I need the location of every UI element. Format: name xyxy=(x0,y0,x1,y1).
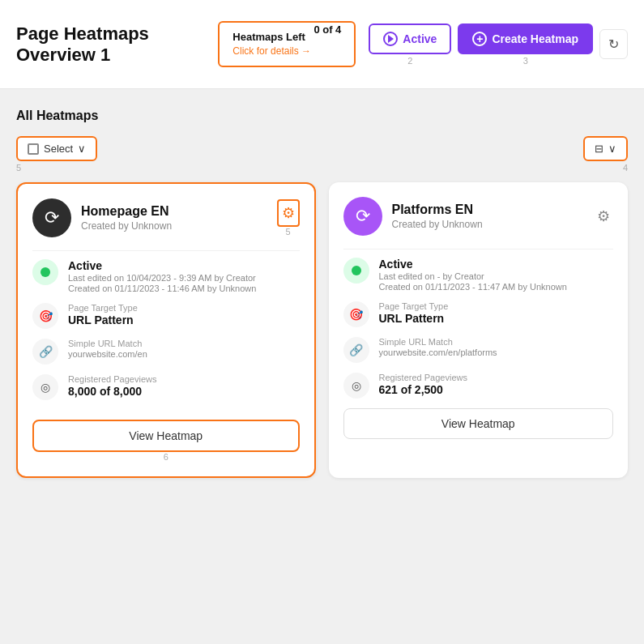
pageviews-row-2: ◎ Registered Pageviews 621 of 2,500 xyxy=(343,373,614,399)
refresh-icon: ↻ xyxy=(608,37,619,51)
card-header-2: ⟳ Platforms EN Created by Unknown ⚙ xyxy=(343,197,614,236)
plus-circle-icon: + xyxy=(472,32,487,46)
url-row-2: 🔗 Simple URL Match yourwebsite.com/en/pl… xyxy=(343,337,614,363)
refresh-button[interactable]: ↻ xyxy=(599,29,628,59)
checkbox-icon xyxy=(28,143,39,155)
settings-button-2[interactable]: ⚙ xyxy=(594,204,613,228)
section-title: All Heatmaps xyxy=(16,109,628,123)
status-row-1: Active Last edited on 10/04/2023 - 9:39 … xyxy=(32,259,300,293)
pageviews-icon-1: ◎ xyxy=(32,374,58,400)
filter-button[interactable]: ⊟ ∨ xyxy=(583,136,628,161)
heatmap-card-1: ⟳ Homepage EN Created by Unknown ⚙ 5 xyxy=(16,182,316,478)
status-icon-1 xyxy=(32,259,58,285)
avatar-2: ⟳ xyxy=(343,197,382,236)
heatmap-card-2: ⟳ Platforms EN Created by Unknown ⚙ Acti… xyxy=(329,182,629,478)
target-info-2: Page Target Type URL Pattern xyxy=(379,301,449,325)
heatmaps-left-link[interactable]: Click for details → xyxy=(232,45,311,57)
active-button[interactable]: Active xyxy=(369,23,451,54)
card-name-1: Homepage EN xyxy=(81,204,172,219)
status-dot-1 xyxy=(41,267,50,277)
url-icon-1: 🔗 xyxy=(32,339,58,365)
chevron-down-icon-2: ∨ xyxy=(608,143,616,155)
status-icon-2 xyxy=(343,258,369,284)
select-label: Select xyxy=(44,143,73,155)
card-title-group-1: ⟳ Homepage EN Created by Unknown xyxy=(32,198,172,237)
url-row-1: 🔗 Simple URL Match yourwebsite.com/en xyxy=(32,339,300,365)
heatmaps-left-label: Heatmaps Left xyxy=(232,31,305,43)
url-info-1: Simple URL Match yourwebsite.com/en xyxy=(68,339,147,359)
url-value-2: yourwebsite.com/en/platforms xyxy=(379,348,497,357)
last-edited-1: Last edited on 10/04/2023 - 9:39 AM by C… xyxy=(68,273,256,283)
view-badge-1: 6 xyxy=(164,452,168,462)
last-edited-2: Last edited on - by Creator xyxy=(379,271,567,281)
select-badge: 5 xyxy=(16,163,21,173)
filter-badge: 4 xyxy=(623,163,628,173)
create-heatmap-button[interactable]: + Create Heatmap xyxy=(458,23,593,54)
target-icon-1: 🎯 xyxy=(32,303,58,329)
status-row-2: Active Last edited on - by Creator Creat… xyxy=(343,258,614,292)
target-row-2: 🎯 Page Target Type URL Pattern xyxy=(343,301,614,327)
pageviews-icon-2: ◎ xyxy=(343,373,369,399)
card-title-group-2: ⟳ Platforms EN Created by Unknown xyxy=(343,197,483,236)
settings-badge-1: 5 xyxy=(285,227,290,237)
heatmaps-left-box: Heatmaps Left 0 of 4 Click for details → xyxy=(218,21,356,67)
status-info-2: Active Last edited on - by Creator Creat… xyxy=(379,258,567,292)
create-button-label: Create Heatmap xyxy=(492,32,578,45)
status-value-2: Active xyxy=(379,258,567,271)
card-created-2: Created by Unknown xyxy=(392,219,483,230)
created-on-2: Created on 01/11/2023 - 11:47 AM by Unkn… xyxy=(379,282,567,292)
card-info-2: Platforms EN Created by Unknown xyxy=(392,203,483,230)
divider-2 xyxy=(343,249,614,249)
top-bar: Page Heatmaps Overview 1 Heatmaps Left 0… xyxy=(0,0,644,89)
target-label-2: Page Target Type xyxy=(379,301,449,311)
status-dot-2 xyxy=(352,266,361,275)
pageviews-label-1: Registered Pageviews xyxy=(68,374,156,384)
divider-1 xyxy=(32,250,300,251)
status-info-1: Active Last edited on 10/04/2023 - 9:39 … xyxy=(68,259,256,293)
heatmaps-left-count: 0 of 4 xyxy=(313,23,341,36)
target-value-1: URL Pattern xyxy=(68,313,138,326)
filter-icon: ⊟ xyxy=(595,143,603,155)
url-value-1: yourwebsite.com/en xyxy=(68,349,147,359)
target-value-2: URL Pattern xyxy=(379,312,449,325)
pageviews-info-2: Registered Pageviews 621 of 2,500 xyxy=(379,373,467,396)
svg-marker-0 xyxy=(388,35,394,43)
url-icon-2: 🔗 xyxy=(343,337,369,363)
target-icon-2: 🎯 xyxy=(343,301,369,327)
page-title: Page Heatmaps Overview 1 xyxy=(16,23,205,66)
main-content: All Heatmaps Select ∨ 5 ⊟ ∨ 4 ⟳ xyxy=(0,89,644,497)
url-label-1: Simple URL Match xyxy=(68,339,147,348)
url-info-2: Simple URL Match yourwebsite.com/en/plat… xyxy=(379,337,497,357)
created-on-1: Created on 01/11/2023 - 11:46 AM by Unkn… xyxy=(68,284,256,293)
chevron-down-icon: ∨ xyxy=(78,143,86,155)
status-value-1: Active xyxy=(68,259,256,272)
play-icon xyxy=(383,32,398,46)
view-heatmap-button-1[interactable]: View Heatmap xyxy=(32,420,300,452)
active-button-label: Active xyxy=(403,32,437,45)
card-header-1: ⟳ Homepage EN Created by Unknown ⚙ 5 xyxy=(32,198,300,237)
card-info-1: Homepage EN Created by Unknown xyxy=(81,204,172,232)
pageviews-row-1: ◎ Registered Pageviews 8,000 of 8,000 xyxy=(32,374,300,400)
toolbar: Select ∨ 5 ⊟ ∨ 4 xyxy=(16,136,628,173)
target-label-1: Page Target Type xyxy=(68,303,138,313)
pageviews-value-2: 621 of 2,500 xyxy=(379,383,467,396)
active-badge: 2 xyxy=(407,56,412,66)
select-button[interactable]: Select ∨ xyxy=(16,136,97,161)
create-badge: 3 xyxy=(523,56,528,66)
target-info-1: Page Target Type URL Pattern xyxy=(68,303,138,326)
view-heatmap-button-2[interactable]: View Heatmap xyxy=(343,408,614,439)
header-buttons: Active 2 + Create Heatmap 3 ↻ xyxy=(369,23,628,66)
target-row-1: 🎯 Page Target Type URL Pattern xyxy=(32,303,300,329)
pageviews-value-1: 8,000 of 8,000 xyxy=(68,385,156,398)
url-label-2: Simple URL Match xyxy=(379,337,497,347)
heatmaps-grid: ⟳ Homepage EN Created by Unknown ⚙ 5 xyxy=(16,182,628,478)
pageviews-label-2: Registered Pageviews xyxy=(379,373,467,382)
card-name-2: Platforms EN xyxy=(392,203,483,217)
card-created-1: Created by Unknown xyxy=(81,220,172,232)
settings-button-1[interactable]: ⚙ xyxy=(277,199,300,227)
pageviews-info-1: Registered Pageviews 8,000 of 8,000 xyxy=(68,374,156,398)
avatar-1: ⟳ xyxy=(32,198,71,237)
